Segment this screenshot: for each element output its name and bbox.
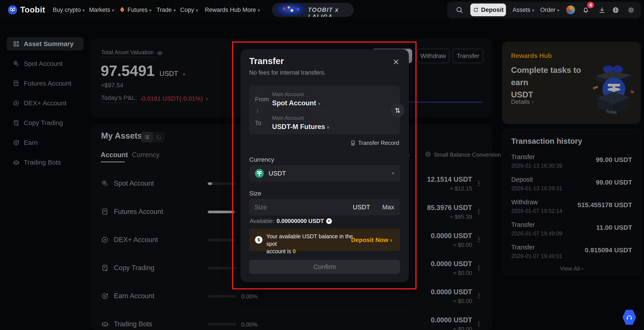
close-icon[interactable]: [392, 58, 400, 66]
nav-trade[interactable]: Trade: [156, 6, 176, 13]
transfer-record-link[interactable]: Transfer Record: [350, 140, 399, 146]
nav-rewards-hub[interactable]: Rewards Hub: [205, 6, 241, 13]
swap-direction-button[interactable]: ⇅: [391, 104, 404, 117]
modal-subtitle: No fees for internal transfers.: [249, 69, 326, 76]
plus-circle-icon[interactable]: +: [326, 218, 332, 224]
to-account-select[interactable]: Main Account USDT-M Futures ▾: [272, 115, 329, 131]
currency-label: Currency: [249, 156, 274, 163]
laliga-banner[interactable]: TOOBIT x LALIGA: [272, 3, 354, 17]
tether-icon: [254, 168, 264, 178]
search-icon[interactable]: [456, 6, 463, 14]
account-type-label: Main Account: [272, 91, 320, 97]
size-label: Size: [249, 190, 261, 197]
from-label: From: [255, 96, 269, 103]
flame-icon: [119, 6, 126, 13]
record-doc-icon: [350, 140, 356, 146]
currency-value: USDT: [268, 170, 286, 177]
modal-title: Transfer: [249, 56, 284, 66]
nav-buy-crypto[interactable]: Buy crypto: [53, 6, 85, 13]
deposit-refresh-icon: [473, 7, 479, 13]
balance-notice: $ Your available USDT balance in the spo…: [249, 229, 400, 251]
notice-zero: 0: [293, 248, 296, 254]
laliga-banner-text: TOOBIT x LALIGA: [308, 6, 354, 17]
dollar-badge-icon: $: [255, 236, 262, 244]
arrow-down-icon: ↓: [256, 107, 259, 114]
nav-deposit-button[interactable]: Deposit: [470, 3, 506, 16]
nav-assets[interactable]: Assets: [512, 6, 534, 13]
nav-markets[interactable]: Markets: [89, 6, 114, 13]
toobit-asset-page: Toobit Buy crypto Markets Futures Trade …: [0, 0, 644, 330]
transfer-modal: Transfer No fees for internal transfers.…: [240, 49, 409, 282]
chevron-down-icon: ▾: [327, 125, 329, 130]
max-button[interactable]: Max: [382, 204, 394, 211]
download-icon[interactable]: [598, 6, 606, 14]
headset-icon: [626, 314, 633, 321]
deposit-now-label: Deposit Now: [351, 237, 388, 243]
brand-name[interactable]: Toobit: [20, 5, 45, 14]
to-account-value: USDT-M Futures: [272, 123, 325, 131]
currency-select[interactable]: USDT ▾: [249, 165, 400, 182]
laliga-players-image: [275, 4, 306, 16]
deposit-now-link[interactable]: Deposit Now ›: [351, 237, 392, 244]
to-label: To: [255, 120, 261, 127]
available-value: 0.00000000 USDT: [276, 218, 324, 224]
chevron-right-icon: ›: [390, 237, 392, 243]
from-account-select[interactable]: Main Account Spot Account ▾: [272, 91, 320, 107]
notice-text-line1: Your available USDT balance in the spot: [266, 233, 353, 247]
transfer-record-label: Transfer Record: [358, 140, 399, 146]
size-input-wrap: USDT Max: [249, 199, 400, 215]
from-to-box: From Main Account Spot Account ▾ ↓ ⇅ To …: [249, 86, 400, 134]
available-label: Available:: [250, 218, 274, 224]
nav-copy[interactable]: Copy: [180, 6, 198, 13]
toobit-logo-icon[interactable]: [8, 5, 18, 15]
account-type-label: Main Account: [272, 115, 329, 121]
notice-text-line2: account is: [266, 248, 291, 254]
chevron-down-icon: ▾: [392, 170, 394, 176]
nav-deposit-label: Deposit: [481, 6, 504, 13]
nav-more[interactable]: More: [242, 6, 260, 13]
size-unit: USDT: [353, 204, 370, 211]
globe-icon[interactable]: [612, 6, 620, 14]
avatar[interactable]: [566, 5, 575, 14]
nav-futures[interactable]: Futures: [128, 6, 152, 13]
notification-badge: 4: [587, 2, 594, 8]
nav-order[interactable]: Order: [540, 6, 560, 13]
unit-max-divider: [374, 204, 374, 210]
size-input[interactable]: [254, 204, 342, 211]
chevron-down-icon: ▾: [318, 101, 320, 106]
from-to-divider: [272, 110, 376, 110]
sun-theme-icon[interactable]: [627, 6, 635, 14]
from-account-value: Spot Account: [272, 99, 316, 107]
top-navbar: Toobit Buy crypto Markets Futures Trade …: [0, 0, 644, 20]
confirm-button[interactable]: Confirm: [249, 260, 400, 274]
